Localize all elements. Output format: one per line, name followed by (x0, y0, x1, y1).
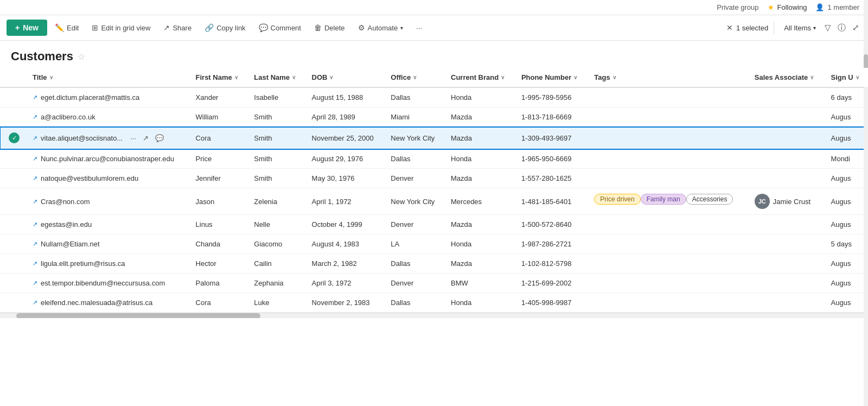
edit-icon: ✏️ (55, 23, 64, 32)
table-header-row: Title ∨ First Name ∨ Last Name ∨ (0, 68, 868, 87)
automate-label: Automate (368, 24, 398, 32)
brand-cell: Honda (444, 293, 515, 313)
col-header-brand[interactable]: Current Brand ∨ (444, 68, 515, 87)
table-row[interactable]: ✓↗vitae.aliquet@sociisnato...···↗💬CoraSm… (0, 127, 868, 149)
sales-associate-cell: JCJamie Crust (748, 188, 825, 215)
brand-cell: Honda (444, 87, 515, 107)
info-icon[interactable]: ⓘ (835, 21, 848, 35)
col-header-sales[interactable]: Sales Associate ∨ (748, 68, 825, 87)
delete-button[interactable]: 🗑 Delete (309, 20, 350, 35)
row-share-button[interactable]: ↗ (141, 133, 151, 143)
filter-icon[interactable]: ▽ (822, 21, 833, 35)
col-header-title[interactable]: Title ∨ (26, 68, 189, 87)
firstname-cell: Paloma (189, 274, 248, 293)
firstname-cell: Cora (189, 127, 248, 149)
table-row[interactable]: ↗a@aclibero.co.ukWilliamSmithApril 28, 1… (0, 107, 868, 127)
person-icon: 👤 (815, 3, 824, 11)
tags-cell (588, 87, 748, 107)
table-row[interactable]: ↗egestas@in.eduLinusNelleOctober 4, 1999… (0, 215, 868, 234)
toolbar-divider (774, 21, 774, 34)
scroll-thumb[interactable] (16, 313, 260, 318)
table-row[interactable]: ↗Nullam@Etiam.netChandaGiacomoAugust 4, … (0, 234, 868, 254)
lastname-cell: Zelenia (247, 188, 305, 215)
sales-associate-cell (748, 87, 825, 107)
expand-icon[interactable]: ⤢ (850, 21, 861, 35)
brand-cell: Mercedes (444, 188, 515, 215)
table-container[interactable]: Title ∨ First Name ∨ Last Name ∨ (0, 68, 868, 313)
office-cell: Denver (384, 215, 444, 234)
row-checkbox-cell (0, 293, 26, 313)
deselect-button[interactable]: ✕ (726, 23, 733, 32)
email-text: eget.dictum.placerat@mattis.ca (41, 93, 139, 101)
row-link-icon[interactable]: ↗ (33, 260, 37, 267)
row-link-icon[interactable]: ↗ (33, 240, 37, 248)
col-header-lastname[interactable]: Last Name ∨ (247, 68, 305, 87)
sales-cell: JCJamie Crust (755, 194, 818, 209)
office-cell: New York City (384, 188, 444, 215)
col-header-firstname[interactable]: First Name ∨ (189, 68, 248, 87)
phone-cell: 1-481-185-6401 (515, 188, 588, 215)
table-row[interactable]: ↗Cras@non.comJasonZeleniaApril 1, 1972Ne… (0, 188, 868, 215)
dob-cell: November 25, 2000 (305, 127, 385, 149)
table-row[interactable]: ↗eleifend.nec.malesuada@atrisus.caCoraLu… (0, 293, 868, 313)
new-button[interactable]: + New (7, 20, 47, 36)
row-checkbox-cell (0, 87, 26, 107)
dob-cell: August 15, 1988 (305, 87, 385, 107)
row-checkbox-cell: ✓ (0, 127, 26, 149)
email-cell: ↗Nunc.pulvinar.arcu@conubianostraper.edu (26, 149, 189, 169)
row-more-button[interactable]: ··· (128, 133, 138, 143)
automate-button[interactable]: ⚙ Automate ▾ (353, 20, 409, 35)
share-button[interactable]: ↗ Share (158, 20, 197, 35)
table-row[interactable]: ↗Nunc.pulvinar.arcu@conubianostraper.edu… (0, 149, 868, 169)
row-actions: ···↗💬 (128, 133, 166, 143)
table-row[interactable]: ↗ligula.elit.pretium@risus.caHectorCaili… (0, 254, 868, 274)
favorite-star-icon[interactable]: ☆ (78, 52, 85, 62)
horizontal-scrollbar[interactable] (0, 313, 868, 318)
dob-cell: August 29, 1976 (305, 149, 385, 169)
row-comment-button[interactable]: 💬 (153, 133, 166, 143)
following-label[interactable]: Following (777, 3, 807, 11)
copy-link-button[interactable]: 🔗 Copy link (199, 20, 251, 35)
col-header-tags[interactable]: Tags ∨ (588, 68, 748, 87)
firstname-cell: Jennifer (189, 169, 248, 188)
row-link-icon[interactable]: ↗ (33, 221, 37, 228)
dob-cell: April 3, 1972 (305, 274, 385, 293)
more-button[interactable]: ··· (411, 21, 427, 35)
all-items-button[interactable]: All Items ▾ (780, 22, 820, 34)
table-row[interactable]: ↗natoque@vestibulumlorem.eduJenniferSmit… (0, 169, 868, 188)
vertical-scrollbar[interactable] (864, 0, 868, 318)
row-link-icon[interactable]: ↗ (33, 175, 37, 182)
row-link-icon[interactable]: ↗ (33, 155, 37, 162)
email-text: Nunc.pulvinar.arcu@conubianostraper.edu (41, 155, 174, 163)
email-text: natoque@vestibulumlorem.edu (41, 174, 138, 182)
row-link-icon[interactable]: ↗ (33, 135, 37, 142)
row-link-icon[interactable]: ↗ (33, 94, 37, 101)
col-header-office[interactable]: Office ∨ (384, 68, 444, 87)
edit-button[interactable]: ✏️ Edit (49, 20, 84, 35)
col-header-signup[interactable]: Sign U ∨ (825, 68, 868, 87)
row-link-icon[interactable]: ↗ (33, 113, 37, 120)
col-header-phone[interactable]: Phone Number ∨ (515, 68, 588, 87)
selected-info: ✕ 1 selected (726, 23, 768, 32)
col-phone-label: Phone Number (521, 73, 571, 81)
row-link-icon[interactable]: ↗ (33, 299, 37, 306)
comment-button[interactable]: 💬 Comment (253, 20, 307, 35)
comment-icon: 💬 (259, 23, 268, 32)
automate-icon: ⚙ (358, 23, 365, 32)
col-office-label: Office (391, 73, 411, 81)
table-row[interactable]: ↗eget.dictum.placerat@mattis.caXanderIsa… (0, 87, 868, 107)
page-title-bar: Customers ☆ (0, 41, 868, 68)
following-group: ★ Following (768, 3, 807, 11)
office-cell: Denver (384, 274, 444, 293)
row-link-icon[interactable]: ↗ (33, 198, 37, 205)
sales-associate-cell (748, 169, 825, 188)
email-cell: ↗ligula.elit.pretium@risus.ca (26, 254, 189, 274)
tags-cell (588, 293, 748, 313)
edit-grid-button[interactable]: ⊞ Edit in grid view (86, 20, 156, 35)
row-link-icon[interactable]: ↗ (33, 280, 37, 287)
email-cell: ↗Cras@non.com (26, 188, 189, 215)
sort-icon: ∨ (413, 74, 417, 80)
table-row[interactable]: ↗est.tempor.bibendum@neccursusa.comPalom… (0, 274, 868, 293)
sales-associate-cell (748, 127, 825, 149)
col-header-dob[interactable]: DOB ∨ (305, 68, 385, 87)
